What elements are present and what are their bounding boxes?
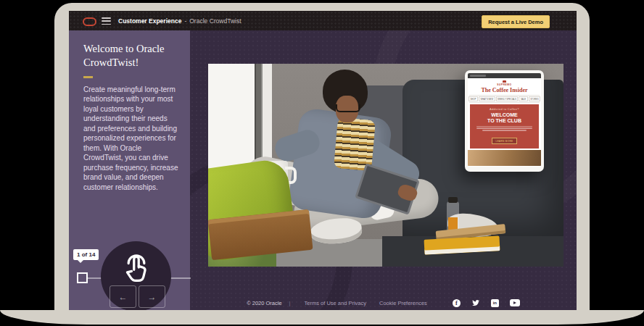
site-footer: © 2020 Oracle | Terms of Use and Privacy… [190,298,577,307]
step-counter-badge: 1 of 14 [73,249,99,260]
nav-item-stores: STORES [529,96,540,101]
footer-separator: | [289,300,291,306]
oracle-logo-icon[interactable] [83,17,96,26]
tablet-browser-bar [468,73,541,78]
nav-item-weekly-specials: WEEKLY SPECIALS [496,96,519,101]
page: Customer Experience - Oracle CrowdTwist … [0,0,644,326]
top-bar: Customer Experience - Oracle CrowdTwist … [69,11,577,30]
coffee-insider-title: The Coffee Insider [468,87,541,93]
coffee-insider-hero: Addicted to Coffee? WELCOME TO THE CLUB … [470,104,539,149]
nav-item-sale: SALE [519,96,527,101]
coffee-insider-nav: SHOP WHAT'S NEW WEEKLY SPECIALS SALE STO… [469,95,540,103]
facebook-icon[interactable]: f [453,299,461,307]
slide-area: SUPREMO The Coffee Insider SHOP WHAT'S N… [190,30,577,312]
terms-link[interactable]: Terms of Use and Privacy [305,300,366,306]
title-divider [83,76,93,78]
hamburger-menu-icon[interactable] [102,17,111,25]
hero-text-line [476,128,532,129]
nav-item-whats-new: WHAT'S NEW [479,96,495,101]
hero-photo-strip [468,150,541,166]
supremo-logo: SUPREMO [468,80,541,86]
coffee-insider-tablet-mockup: SUPREMO The Coffee Insider SHOP WHAT'S N… [465,70,544,172]
linkedin-icon[interactable]: in [491,299,499,307]
progress-slider-handle[interactable] [77,272,88,283]
tap-hand-icon [117,248,155,286]
hero-text-line [476,126,532,128]
slide-description: Create meaningful long-term relationship… [83,85,178,193]
twitter-icon[interactable] [471,298,480,307]
request-live-demo-button[interactable]: Request a Live Demo [482,15,550,28]
photo-bottle-cap [448,197,458,203]
app-title-separator: - [184,17,186,25]
next-step-button[interactable]: → [139,285,165,308]
photo-person-striped-shirt [334,117,376,171]
hero-eyebrow: Addicted to Coffee? [472,107,537,111]
youtube-icon[interactable] [510,299,520,306]
tablet-screen: SUPREMO The Coffee Insider SHOP WHAT'S N… [468,73,541,167]
hero-text-line [482,130,527,131]
cookie-preferences-link[interactable]: Cookie Preferences [379,300,427,306]
laptop-base [0,310,644,325]
copyright-text: © 2020 Oracle [247,300,281,306]
hero-cta-button: LEARN MORE [492,138,518,144]
app-title-bold: Customer Experience [118,17,181,25]
social-icons: f in [453,298,520,307]
slide-title: Welcome to Oracle CrowdTwist! [83,42,177,70]
app-title: Customer Experience - Oracle CrowdTwist [118,11,242,30]
hero-heading: WELCOME TO THE CLUB [472,112,537,125]
nav-item-shop: SHOP [468,96,478,101]
app-screen: Customer Experience - Oracle CrowdTwist … [69,11,577,312]
previous-step-button[interactable]: ← [110,285,136,308]
app-title-product: Oracle CrowdTwist [189,17,241,25]
photo-person-glasses [336,104,360,112]
